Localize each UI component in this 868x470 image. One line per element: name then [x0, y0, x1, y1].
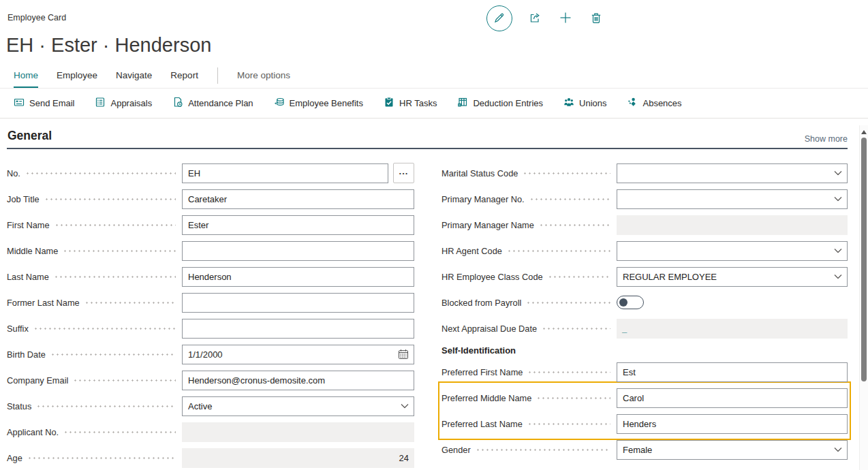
empty-date-placeholder: _ [622, 324, 627, 334]
applicant-no-value [182, 422, 414, 442]
unions-icon [563, 97, 574, 110]
preferred-first-name-input[interactable] [617, 362, 848, 382]
chevron-down-icon[interactable] [834, 448, 842, 452]
primary-manager-no-select[interactable] [617, 189, 848, 209]
gender-select[interactable] [617, 440, 848, 460]
preferred-middle-name-input[interactable] [617, 388, 848, 408]
birth-date-input[interactable] [182, 345, 414, 364]
tab-report[interactable]: Report [170, 70, 198, 88]
action-label: Appraisals [110, 98, 152, 108]
tab-employee[interactable]: Employee [57, 70, 97, 88]
share-button[interactable] [527, 10, 543, 28]
action-employee-benefits[interactable]: Employee Benefits [274, 97, 363, 110]
plus-icon [559, 11, 572, 27]
field-label: Last Name [7, 272, 49, 282]
action-label: Unions [579, 98, 606, 108]
field-row-last-name: Last Name [7, 264, 414, 289]
field-row-birth-date: Birth Date [7, 341, 414, 367]
action-label: Send Email [29, 98, 74, 108]
field-row-age: Age 24 [7, 445, 414, 470]
field-row-marital-status-code: Marital Status Code [441, 160, 848, 186]
tab-more-options[interactable]: More options [237, 70, 290, 88]
chevron-down-icon[interactable] [834, 249, 842, 253]
dot-leader [523, 172, 610, 174]
card-content: General Show more No. ... Job Title Firs… [0, 119, 868, 470]
action-label: Deduction Entries [473, 98, 543, 108]
next-appraisal-due-date-value: _ [617, 319, 848, 339]
field-row-preferred-last-name: Preferred Last Name [441, 411, 848, 437]
attendance-plan-icon [172, 97, 183, 110]
action-attendance-plan[interactable]: Attendance Plan [172, 97, 253, 110]
show-more-link[interactable]: Show more [805, 134, 848, 148]
status-select[interactable] [182, 396, 414, 416]
suffix-input[interactable] [182, 319, 414, 339]
field-label: Blocked from Payroll [441, 298, 521, 308]
command-bar [486, 4, 604, 33]
dot-leader [527, 371, 610, 373]
toggle-knob [619, 298, 627, 307]
field-row-status: Status [7, 393, 414, 419]
action-appraisals[interactable]: Appraisals [95, 97, 152, 110]
page-title: EH · Ester · Henderson [6, 33, 868, 57]
section-title-general[interactable]: General [7, 129, 52, 148]
action-label: HR Tasks [399, 98, 437, 108]
pencil-icon [493, 11, 506, 27]
menu-tabs: Home Employee Navigate Report More optio… [0, 57, 868, 89]
first-name-input[interactable] [182, 215, 414, 235]
marital-status-code-select[interactable] [617, 163, 848, 183]
field-label: First Name [7, 220, 50, 230]
field-label: HR Employee Class Code [441, 272, 543, 282]
field-label: Gender [441, 445, 471, 455]
send-email-icon [14, 97, 25, 110]
preferred-last-name-input[interactable] [617, 414, 848, 434]
dot-leader [55, 224, 176, 226]
field-label: Primary Manager Name [441, 220, 534, 230]
deduction-entries-icon [457, 97, 468, 110]
trash-icon [589, 11, 603, 27]
delete-button[interactable] [588, 10, 604, 28]
field-row-no: No. ... [7, 160, 414, 186]
new-button[interactable] [557, 10, 574, 28]
action-label: Attendance Plan [188, 98, 253, 108]
tab-navigate[interactable]: Navigate [116, 70, 152, 88]
action-unions[interactable]: Unions [563, 97, 606, 110]
field-row-primary-manager-name: Primary Manager Name [441, 212, 848, 238]
field-row-hr-agent-code: HR Agent Code [441, 238, 848, 264]
hr-agent-code-select[interactable] [617, 241, 848, 261]
action-send-email[interactable]: Send Email [14, 97, 74, 110]
chevron-down-icon[interactable] [834, 275, 842, 279]
fields-column-left: No. ... Job Title First Name Middle Name [7, 160, 414, 470]
action-deduction-entries[interactable]: Deduction Entries [457, 97, 543, 110]
company-email-input[interactable] [182, 371, 414, 390]
field-label: Preferred Last Name [441, 419, 523, 429]
tab-home[interactable]: Home [14, 70, 38, 88]
field-row-blocked-from-payroll: Blocked from Payroll [441, 289, 848, 315]
no-input[interactable] [182, 163, 388, 183]
chevron-down-icon[interactable] [834, 171, 842, 176]
blocked-from-payroll-toggle[interactable] [617, 296, 644, 309]
edit-button[interactable] [486, 5, 512, 31]
last-name-input[interactable] [182, 267, 414, 287]
former-last-name-input[interactable] [182, 293, 414, 313]
primary-manager-name-value [617, 215, 848, 235]
action-absences[interactable]: Absences [627, 97, 681, 110]
middle-name-input[interactable] [182, 241, 414, 261]
field-row-preferred-middle-name: Preferred Middle Name [441, 385, 848, 411]
assist-edit-button[interactable]: ... [393, 163, 414, 183]
job-title-input[interactable] [182, 189, 414, 209]
action-hr-tasks[interactable]: HR Tasks [384, 97, 437, 110]
chevron-down-icon[interactable] [401, 404, 409, 409]
field-label: Former Last Name [7, 298, 80, 308]
scroll-up-arrow-icon[interactable] [861, 130, 867, 134]
dot-leader [54, 276, 176, 278]
dot-leader [529, 198, 610, 200]
dot-leader [539, 224, 610, 226]
hr-employee-class-code-select[interactable] [617, 267, 848, 287]
vertical-scrollbar[interactable] [859, 125, 868, 470]
field-label: Age [7, 453, 22, 463]
field-row-gender: Gender [441, 437, 848, 463]
chevron-down-icon[interactable] [834, 197, 842, 202]
calendar-icon[interactable] [398, 349, 409, 360]
scrollbar-thumb[interactable] [861, 138, 867, 381]
dot-leader [50, 354, 176, 356]
